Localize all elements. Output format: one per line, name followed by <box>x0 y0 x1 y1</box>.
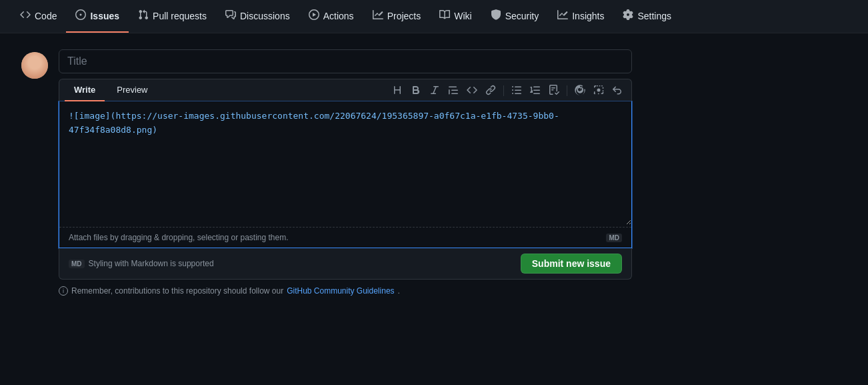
markdown-note: MD Styling with Markdown is supported <box>69 259 214 268</box>
preview-tab[interactable]: Preview <box>107 79 157 101</box>
submit-button[interactable]: Submit new issue <box>521 254 622 274</box>
nav-pr-label: Pull requests <box>153 11 207 21</box>
nav-discussions[interactable]: Discussions <box>216 0 299 33</box>
nav-security[interactable]: Security <box>481 0 549 33</box>
nav-pull-requests[interactable]: Pull requests <box>129 0 216 33</box>
avatar <box>21 52 48 79</box>
toolbar-unordered-list[interactable] <box>508 82 525 99</box>
toolbar-bold[interactable] <box>407 82 425 99</box>
nav-insights[interactable]: Insights <box>548 0 613 33</box>
projects-icon <box>373 9 383 22</box>
nav-discussions-label: Discussions <box>240 11 290 21</box>
toolbar-divider-1 <box>503 85 504 96</box>
insights-icon <box>557 9 568 22</box>
nav-wiki-label: Wiki <box>454 11 471 21</box>
remember-text: Remember, contributions to this reposito… <box>71 286 283 296</box>
toolbar <box>389 82 626 99</box>
nav-actions-label: Actions <box>323 11 354 21</box>
code-icon <box>20 9 31 22</box>
file-attach-bar: Attach files by dragging & dropping, sel… <box>59 227 631 248</box>
toolbar-quote[interactable] <box>445 82 462 99</box>
remember-end: . <box>398 286 400 296</box>
nav-settings-label: Settings <box>637 11 671 21</box>
nav-code-label: Code <box>35 11 57 21</box>
toolbar-ordered-list[interactable] <box>527 82 544 99</box>
nav-issues-label: Issues <box>90 11 119 21</box>
nav-projects-label: Projects <box>387 11 421 21</box>
actions-icon <box>309 9 319 22</box>
info-icon: i <box>59 286 68 296</box>
avatar-image <box>21 52 48 79</box>
toolbar-link[interactable] <box>482 82 499 99</box>
nav-projects[interactable]: Projects <box>363 0 431 33</box>
editor-footer: MD Styling with Markdown is supported Su… <box>59 248 632 280</box>
toolbar-task-list[interactable] <box>545 82 563 99</box>
guidelines-link[interactable]: GitHub Community Guidelines <box>287 286 394 296</box>
attach-text: Attach files by dragging & dropping, sel… <box>69 233 289 242</box>
remember-row: i Remember, contributions to this reposi… <box>59 286 632 296</box>
editor-body: ![image](https://user-images.githubuserc… <box>59 101 632 248</box>
nav-insights-label: Insights <box>572 11 604 21</box>
nav-bar: Code Issues Pull requests Discussions Ac… <box>0 0 868 33</box>
toolbar-italic[interactable] <box>426 82 443 99</box>
issues-icon <box>75 9 86 22</box>
pull-request-icon <box>138 9 149 22</box>
editor-textarea[interactable]: ![image](https://user-images.githubuserc… <box>59 101 631 225</box>
markdown-badge-small: MD <box>69 260 85 268</box>
toolbar-divider-2 <box>567 85 567 96</box>
nav-code[interactable]: Code <box>11 0 66 33</box>
nav-security-label: Security <box>505 11 539 21</box>
nav-settings[interactable]: Settings <box>613 0 681 33</box>
write-tab[interactable]: Write <box>65 79 105 101</box>
main-content: Write Preview <box>0 33 868 312</box>
toolbar-code[interactable] <box>463 82 481 99</box>
editor-header: Write Preview <box>59 79 632 101</box>
toolbar-heading[interactable] <box>389 82 406 99</box>
settings-icon <box>623 9 633 22</box>
issue-form: Write Preview <box>59 49 632 296</box>
toolbar-undo[interactable] <box>609 82 626 99</box>
discussions-icon <box>225 9 236 22</box>
nav-actions[interactable]: Actions <box>299 0 363 33</box>
markdown-note-text: Styling with Markdown is supported <box>89 259 214 268</box>
title-input[interactable] <box>59 49 632 73</box>
toolbar-reference[interactable] <box>590 82 607 99</box>
security-icon <box>491 9 501 22</box>
wiki-icon <box>439 9 450 22</box>
nav-issues[interactable]: Issues <box>66 0 129 33</box>
md-badge: MD <box>606 234 622 242</box>
nav-wiki[interactable]: Wiki <box>430 0 481 33</box>
toolbar-mention[interactable] <box>571 82 589 99</box>
